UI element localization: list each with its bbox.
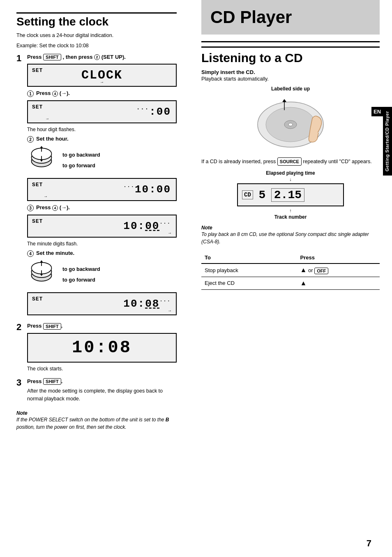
flash-ind-4: ··· (159, 298, 171, 304)
en-badge: EN (371, 107, 383, 116)
knob-back-label-2: to go backward (62, 266, 100, 272)
col-to: To (201, 252, 297, 263)
set-label-5: SET (32, 296, 43, 302)
step-2: 2 Press SHIFT. 10:08 The clock starts. (16, 323, 177, 374)
substep-3-key-circle: 4 (52, 205, 58, 211)
knob-hour-labels: to go backward to go forward (62, 152, 100, 169)
elapsed-label-area: Elapsed playing time ↓ (201, 170, 380, 182)
left-column: Setting the clock The clock uses a 24-ho… (0, 0, 189, 557)
substep-1-arrow: (→). (60, 90, 70, 96)
hour-digits: :00 (149, 106, 171, 118)
flash-ind-3: ··· (159, 221, 171, 226)
source-text: If a CD is already inserted, press SOURC… (201, 157, 380, 166)
display-hour: SET ···:00 → (27, 100, 177, 123)
knob-icon-hour (27, 146, 56, 175)
step-3-number: 3 (16, 378, 24, 387)
step-3-shift-badge: SHIFT (43, 378, 61, 385)
note-text: If the POWER SELECT switch on the bottom… (16, 416, 177, 431)
minute-flash-digits: 10:00··· (123, 220, 171, 232)
svg-point-17 (288, 123, 293, 126)
shift-key-badge: SHIFT (43, 54, 61, 60)
step-3-desc: After the mode setting is complete, the … (27, 387, 177, 403)
min-part: 00 (145, 220, 159, 232)
col-press: Press (297, 252, 380, 263)
substep-2-num: 2 (27, 136, 34, 143)
substep-1: 1 Press 4 (→). (27, 90, 177, 97)
substep-2: 2 Set the hour. (27, 136, 177, 143)
large-clock-display: 10:08 (27, 333, 177, 363)
hour-flash-note: The hour digit flashes. (27, 127, 177, 132)
knob-back-label: to go backward (62, 152, 100, 158)
step-2-number: 2 (16, 323, 24, 332)
substep-1-key-circle: 4 (52, 91, 58, 97)
flash-ind-2: ··· (123, 184, 135, 190)
info-table: To Press Stop playback ▲ or OFF Eject th… (201, 252, 380, 290)
off-key-badge: OFF (314, 268, 328, 274)
eject-icon-2: ▲ (300, 280, 307, 287)
hour-value: ···:00 (136, 106, 171, 118)
simply-insert: Simply insert the CD. (201, 69, 380, 75)
step-3: 3 Press SHIFT. After the mode setting is… (16, 378, 177, 405)
cd-indicator: CD (242, 190, 253, 199)
step-1-label: Press SHIFT , then press 2 (SET UP). (27, 54, 177, 61)
svg-marker-11 (40, 260, 43, 262)
sidebar-tab: Getting Started/CD Player (383, 107, 392, 176)
cd-disc-svg (249, 96, 332, 153)
min-set-part: 08 (145, 298, 159, 310)
flash-indicator: ··· (136, 106, 149, 112)
display-10-08: SET 10:08··· → (27, 292, 177, 315)
page-number: 7 (367, 538, 371, 549)
svg-marker-19 (282, 99, 286, 102)
step-1-press-text: Press (27, 54, 42, 60)
svg-marker-4 (40, 146, 43, 148)
step-3-period: . (61, 378, 63, 384)
section-title: Setting the clock (16, 14, 177, 28)
knob-fwd-label-2: to go forward (62, 277, 100, 283)
setup-text: (SET UP). (101, 54, 126, 60)
table-head: To Press (201, 252, 380, 263)
knob-hour: to go backward to go forward (27, 146, 177, 175)
set-label-3: SET (32, 182, 43, 188)
knob-icon-minute (27, 260, 56, 289)
labelled-side-label: Labelled side up (201, 86, 380, 92)
table-body: Stop playback ▲ or OFF Eject the CD ▲ (201, 263, 380, 289)
substep-1-num: 1 (27, 90, 34, 97)
hour-set-value: ···10:00 (123, 183, 171, 196)
substep-1-press: Press (36, 90, 51, 96)
right-note: Note To play back an 8 cm CD, use the op… (201, 225, 380, 245)
step-3-label: Press SHIFT. (27, 378, 177, 385)
step-2-press: Press (27, 323, 42, 329)
min-flash-note: The minute digits flash. (27, 241, 177, 247)
left-note: Note If the POWER SELECT switch on the b… (16, 410, 177, 431)
intro-text: The clock uses a 24-hour digital indicat… (16, 32, 177, 39)
substep-3-label: Press 4 (→). (36, 204, 70, 211)
source-text-1: If a CD is already inserted, press (201, 158, 276, 164)
substep-4: 4 Set the minute. (27, 250, 177, 257)
step-1-content: Press SHIFT , then press 2 (SET UP). SET… (27, 54, 177, 319)
substep-3-arrow: (→). (60, 204, 70, 210)
arrow-1: → (100, 80, 104, 84)
right-note-text: To play back an 8 cm CD, use the optiona… (201, 231, 380, 245)
cd-player-title: CD Player (210, 7, 371, 27)
substep-2-label: Set the hour. (36, 136, 69, 142)
step-2-shift-badge: SHIFT (43, 323, 61, 330)
substep-3-press: Press (36, 204, 51, 210)
listening-title: Listening to a CD (201, 46, 380, 65)
arrow-5: → (168, 308, 172, 313)
note-title: Note (16, 410, 177, 416)
cd-time: 2.15 (271, 188, 304, 202)
divider (201, 41, 380, 42)
right-column: CD Player Listening to a CD Simply inser… (189, 0, 392, 557)
source-text-2: repeatedly until "CD" appears. (303, 158, 371, 164)
substep-3: 3 Press 4 (→). (27, 204, 177, 211)
cd-player-header: CD Player (201, 0, 380, 35)
elapsed-arrow: ↓ (201, 177, 380, 182)
step-3-content: Press SHIFT. After the mode setting is c… (27, 378, 177, 405)
two-circle: 2 (94, 54, 100, 60)
or-text: or (308, 267, 314, 273)
set-label-4: SET (32, 218, 43, 224)
minute-set-digits: 10:08··· (123, 298, 171, 310)
substep-4-label: Set the minute. (36, 250, 74, 256)
set-label-1: SET (32, 67, 43, 74)
source-key-badge: SOURCE (277, 157, 302, 166)
